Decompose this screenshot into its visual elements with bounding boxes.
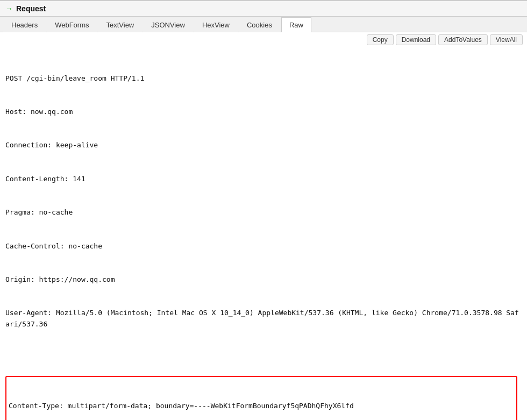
tab-headers[interactable]: Headers	[3, 17, 46, 32]
highlighted-content-type: Content-Type: multipart/form-data; bound…	[5, 376, 517, 420]
addtovalues-button[interactable]: AddToValues	[438, 34, 488, 45]
content-line-4: Content-Length: 141	[5, 174, 522, 185]
content-line-6: Cache-Control: no-cache	[5, 241, 522, 252]
tab-cookies[interactable]: Cookies	[239, 17, 280, 32]
content-line-7: Origin: https://now.qq.com	[5, 274, 522, 286]
content-type-line: Content-Type: multipart/form-data; bound…	[9, 401, 514, 412]
content-line-2: Host: now.qq.com	[5, 106, 522, 118]
download-button[interactable]: Download	[396, 34, 436, 45]
tab-raw[interactable]: Raw	[281, 17, 311, 32]
panel-title: Request	[16, 4, 46, 13]
panel: → Request Headers WebForms TextView JSON…	[0, 0, 527, 420]
tab-webforms[interactable]: WebForms	[47, 17, 97, 32]
tab-hexview[interactable]: HexView	[194, 17, 238, 32]
content-area: POST /cgi-bin/leave_room HTTP/1.1 Host: …	[0, 47, 527, 420]
content-line-8: User-Agent: Mozilla/5.0 (Macintosh; Inte…	[5, 308, 522, 330]
tabs-bar: Headers WebForms TextView JSONView HexVi…	[0, 17, 527, 32]
content-line-3: Connection: keep-alive	[5, 140, 522, 151]
tab-textview[interactable]: TextView	[98, 17, 142, 32]
arrow-icon: →	[5, 4, 13, 13]
copy-button[interactable]: Copy	[367, 34, 394, 45]
viewall-button[interactable]: ViewAll	[490, 34, 523, 45]
panel-header: → Request	[0, 0, 527, 17]
content-line-5: Pragma: no-cache	[5, 207, 522, 218]
content-line-1: POST /cgi-bin/leave_room HTTP/1.1	[5, 73, 522, 84]
toolbar: Copy Download AddToValues ViewAll	[0, 32, 527, 47]
tab-jsonview[interactable]: JSONView	[143, 17, 193, 32]
